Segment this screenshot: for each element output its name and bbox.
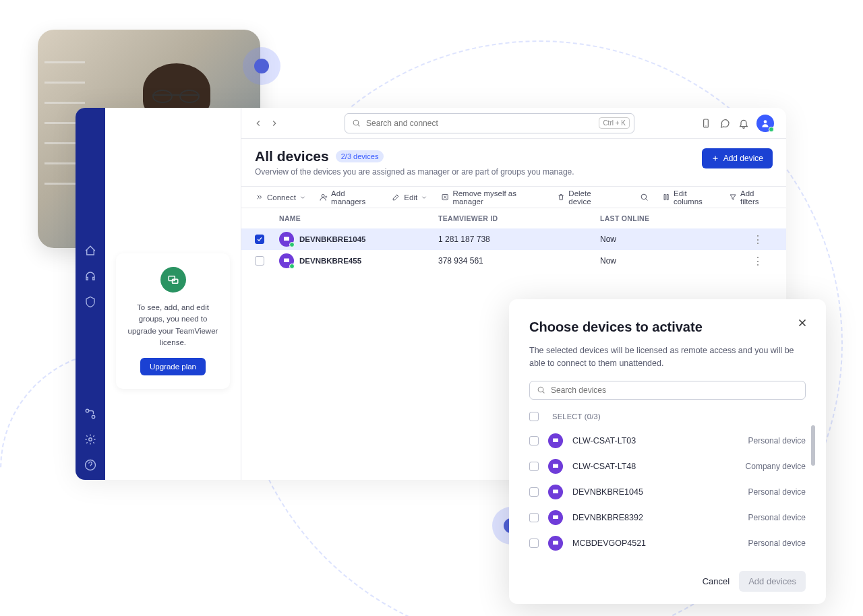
svg-rect-18 <box>553 515 558 519</box>
search-toolbar-icon[interactable] <box>640 193 649 202</box>
device-last-online: Now <box>600 235 752 244</box>
svg-rect-16 <box>553 464 558 468</box>
user-avatar[interactable] <box>756 115 774 132</box>
device-name: MCBDEVGOP4521 <box>572 538 646 548</box>
modal-description: The selected devices will be licensed as… <box>529 344 806 370</box>
device-icon <box>548 459 563 474</box>
upgrade-plan-button[interactable]: Upgrade plan <box>140 358 206 375</box>
device-checkbox[interactable] <box>529 462 539 471</box>
svg-rect-13 <box>284 259 289 263</box>
svg-point-2 <box>89 438 92 441</box>
back-icon[interactable] <box>254 119 263 128</box>
svg-point-9 <box>322 194 324 197</box>
device-name: DEVNBKBRE1045 <box>299 235 365 243</box>
groups-panel: To see, add, and edit groups, you need t… <box>105 108 241 480</box>
device-type: Personal device <box>748 436 806 445</box>
svg-rect-19 <box>553 541 558 545</box>
device-count-badge: 2/3 devices <box>336 150 384 162</box>
delete-device-button[interactable]: Delete device <box>557 189 613 206</box>
forward-icon[interactable] <box>270 119 279 128</box>
modal-search-input[interactable] <box>529 381 806 400</box>
device-type: Personal device <box>748 487 806 497</box>
svg-rect-12 <box>284 237 289 241</box>
devices-transfer-icon <box>160 267 186 292</box>
page-title: All devices <box>255 148 329 164</box>
device-checkbox[interactable] <box>529 538 539 548</box>
chevron-down-icon <box>299 194 306 201</box>
help-icon[interactable] <box>84 458 97 472</box>
device-icon <box>548 536 563 551</box>
column-tvid: TEAMVIEWER ID <box>438 214 600 222</box>
gear-icon[interactable] <box>84 433 97 446</box>
cancel-button[interactable]: Cancel <box>703 576 730 586</box>
page-header: All devices 2/3 devices Overview of the … <box>241 139 786 187</box>
device-name: DEVNBKBRE1045 <box>572 487 643 497</box>
list-item[interactable]: MCBDEVGOP4521 Personal device <box>529 530 806 556</box>
device-checkbox[interactable] <box>529 436 539 445</box>
table-row[interactable]: DEVNBKBRE455 378 934 561 Now ⋮ <box>241 250 786 272</box>
sidebar <box>76 108 105 480</box>
mobile-icon[interactable] <box>700 117 712 129</box>
svg-point-6 <box>353 120 359 125</box>
select-header: SELECT (0/3) <box>552 412 601 421</box>
device-name: CLW-CSAT-LT48 <box>572 462 636 471</box>
workflow-icon[interactable] <box>84 407 97 421</box>
device-name: CLW-CSAT-LT03 <box>572 436 636 445</box>
svg-point-0 <box>86 409 89 412</box>
table-row[interactable]: DEVNBKBRE1045 1 281 187 738 Now ⋮ <box>241 228 786 250</box>
select-all-checkbox[interactable] <box>529 412 539 421</box>
edit-button[interactable]: Edit <box>392 193 427 202</box>
status-dot-online <box>769 127 774 132</box>
device-tvid: 378 934 561 <box>438 256 600 266</box>
edit-columns-button[interactable]: Edit columns <box>662 189 715 206</box>
scrollbar[interactable] <box>811 425 815 466</box>
plus-icon <box>711 154 719 162</box>
add-filters-button[interactable]: Add filters <box>729 189 773 206</box>
device-icon <box>279 253 294 268</box>
topbar: Ctrl + K <box>241 108 786 139</box>
remove-self-button[interactable]: Remove myself as manager <box>441 189 543 206</box>
add-devices-button[interactable]: Add devices <box>739 571 806 592</box>
svg-rect-17 <box>553 489 558 493</box>
table-head: NAME TEAMVIEWER ID LAST ONLINE <box>241 208 786 228</box>
device-icon <box>279 232 294 247</box>
device-checkbox[interactable] <box>529 513 539 522</box>
close-icon[interactable] <box>796 317 808 329</box>
upgrade-text: To see, add, and edit groups, you need t… <box>124 302 222 348</box>
shield-icon[interactable] <box>84 295 97 309</box>
search-shortcut-badge: Ctrl + K <box>599 117 630 129</box>
svg-point-8 <box>764 120 767 123</box>
device-icon <box>548 485 563 499</box>
device-icon <box>548 433 563 448</box>
add-managers-button[interactable]: Add managers <box>320 189 378 206</box>
add-device-button[interactable]: Add device <box>702 148 773 168</box>
column-name: NAME <box>279 214 438 222</box>
list-item[interactable]: DEVNBKBRE1045 Personal device <box>529 479 806 505</box>
connect-button[interactable]: Connect <box>255 193 306 202</box>
search-text[interactable] <box>366 119 593 128</box>
list-item[interactable]: CLW-CSAT-LT03 Personal device <box>529 428 806 454</box>
add-device-label: Add device <box>723 154 763 163</box>
row-menu-icon[interactable]: ⋮ <box>752 255 773 268</box>
svg-point-14 <box>538 387 543 392</box>
chevron-down-icon <box>421 194 427 201</box>
bell-icon[interactable] <box>738 117 750 129</box>
svg-point-11 <box>641 194 647 199</box>
row-menu-icon[interactable]: ⋮ <box>752 233 773 246</box>
search-input[interactable]: Ctrl + K <box>345 113 634 133</box>
row-checkbox[interactable] <box>255 256 264 266</box>
chat-icon[interactable] <box>719 117 731 129</box>
list-item[interactable]: DEVNBKBRE8392 Personal device <box>529 505 806 530</box>
headset-icon[interactable] <box>84 270 97 283</box>
activate-devices-modal: Choose devices to activate The selected … <box>509 299 826 604</box>
upgrade-card: To see, add, and edit groups, you need t… <box>116 253 230 389</box>
column-last-online: LAST ONLINE <box>600 214 752 222</box>
home-icon[interactable] <box>84 244 97 257</box>
device-type: Company device <box>746 462 806 471</box>
list-item[interactable]: CLW-CSAT-LT48 Company device <box>529 454 806 479</box>
device-tvid: 1 281 187 738 <box>438 235 600 244</box>
device-checkbox[interactable] <box>529 487 539 497</box>
row-checkbox[interactable] <box>255 235 264 244</box>
modal-title: Choose devices to activate <box>529 319 806 335</box>
actions-toolbar: Connect Add managers Edit Remove myself … <box>241 187 786 208</box>
